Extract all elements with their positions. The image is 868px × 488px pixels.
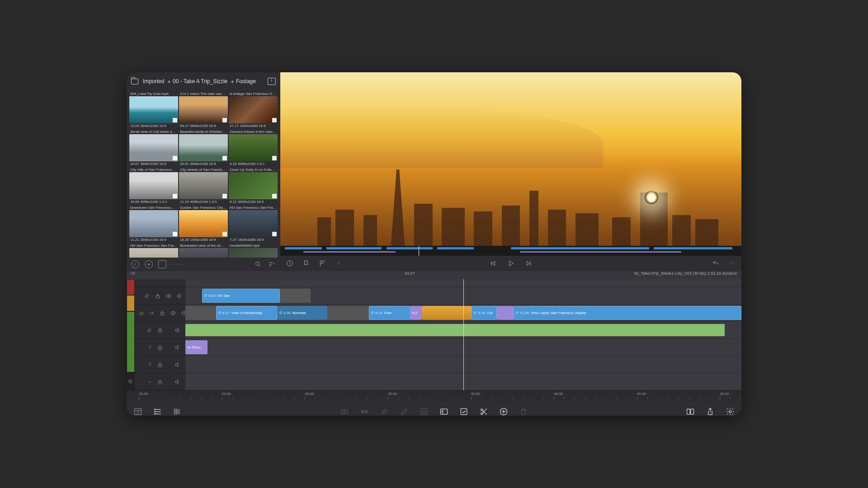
crumb-c[interactable]: Footage — [236, 78, 256, 84]
star-box-icon[interactable] — [419, 407, 429, 416]
clip-item[interactable]: HD San Francisco San Fra…7.27 868x488 … — [229, 205, 278, 242]
redo-icon[interactable] — [728, 259, 736, 267]
clip-item[interactable]: 3 in 1 video! The man use…59.17 3840x216… — [179, 91, 228, 128]
stop-square-icon[interactable] — [158, 260, 166, 268]
layout-icon[interactable] — [133, 407, 143, 416]
clip-thumbnail[interactable] — [229, 248, 278, 258]
eye-icon[interactable] — [165, 293, 172, 299]
timeline-clip[interactable]: 0.2 — [410, 306, 422, 320]
clip-item[interactable]: Close Up Dolly In on Folia…8.12 3840x216… — [229, 167, 278, 204]
lock-icon[interactable] — [159, 310, 165, 316]
arrow-icon[interactable] — [148, 310, 155, 316]
timeline-clip[interactable] — [280, 289, 311, 303]
clip-item[interactable]: City hills of San Francisco…16.06 4096x2… — [129, 167, 178, 204]
mini-timeline[interactable] — [280, 246, 741, 256]
timeline-clip[interactable] — [185, 306, 216, 320]
list-view-icon[interactable] — [153, 407, 163, 416]
timeline-clip[interactable]: ss Disso — [185, 340, 208, 354]
clip-item[interactable]: Golden San Francisco City…18.28 1920x108… — [179, 205, 228, 242]
track-head-v2[interactable] — [135, 287, 185, 305]
add-clip-icon[interactable] — [340, 407, 349, 416]
keyframe-icon[interactable] — [359, 407, 369, 416]
speaker-icon[interactable] — [176, 293, 183, 299]
clip-thumbnail[interactable] — [229, 172, 278, 199]
timeline-clip[interactable] — [327, 306, 369, 320]
clip-item[interactable]: Illuminated view of the cit… — [179, 243, 228, 258]
trash-icon[interactable] — [519, 407, 528, 416]
clip-thumbnail[interactable] — [129, 134, 178, 161]
clip-item[interactable]: City streets of San Francis…11.24 4096x2… — [179, 167, 228, 204]
track-view-icon[interactable] — [173, 407, 183, 416]
playhead[interactable] — [463, 279, 464, 390]
clip-thumbnail[interactable] — [229, 96, 278, 123]
flag-add-icon[interactable]: + — [318, 259, 326, 267]
clip-item[interactable]: Camera follows a thin man…6.22 4096x2160… — [229, 129, 278, 166]
panels-icon[interactable] — [685, 407, 695, 416]
track-head-6[interactable] — [135, 373, 185, 390]
link-icon[interactable] — [144, 293, 150, 299]
sort-icon[interactable]: a — [268, 260, 276, 268]
track-head-a2[interactable] — [135, 339, 185, 356]
clip-thumbnail[interactable] — [129, 96, 178, 123]
timeline-clip[interactable] — [497, 306, 514, 320]
undo-icon[interactable] — [712, 259, 720, 267]
preview-canvas[interactable] — [280, 72, 741, 246]
plus-circle-icon[interactable] — [499, 407, 509, 416]
link-icon[interactable] — [146, 344, 152, 351]
clip-item[interactable]: Downtown San Francisco…11.21 3840x2160 1… — [129, 205, 178, 242]
track-head-a1[interactable] — [135, 322, 185, 339]
clip-thumbnail[interactable] — [179, 172, 228, 199]
timeline-clip[interactable]: ⏱ 6.17View of traditionally — [216, 306, 277, 320]
breadcrumb[interactable]: Imported ◂ 00 - Take A Trip_Sizzle ◂ Foo… — [143, 78, 263, 84]
timeline-clip[interactable]: ⏱ 11.29Time Lapse San Francisco Skyline — [514, 306, 741, 320]
clip-thumbnail[interactable] — [129, 172, 178, 199]
crumb-a[interactable]: Imported — [143, 78, 164, 84]
timeline-clip[interactable] — [422, 306, 472, 320]
play-button[interactable] — [507, 259, 515, 267]
timeline-clip[interactable] — [185, 324, 725, 336]
link-tool-icon[interactable] — [379, 407, 389, 416]
search-icon[interactable] — [254, 260, 262, 268]
clip-thumbnail[interactable] — [179, 248, 228, 258]
clip-item[interactable]: Beautiful aerial of Whistler…20.01 3840x… — [179, 129, 228, 166]
prev-button[interactable] — [489, 259, 497, 267]
more-dots-icon[interactable]: ○○○ — [172, 262, 184, 267]
track-head-5[interactable] — [135, 356, 185, 373]
clip-item[interactable]: A vintage San Francisco S…27.17 1920x108… — [229, 91, 278, 128]
speaker-icon[interactable] — [175, 327, 181, 333]
track-lanes[interactable]: ⏱ 4.02HD San ⏱ 6.17View of traditionally… — [185, 279, 741, 390]
clip-thumbnail[interactable] — [229, 210, 278, 237]
eye-icon[interactable] — [170, 310, 176, 316]
clip-item[interactable]: media000008.mp4 — [229, 243, 278, 258]
time-ruler[interactable]: 20.0024.0028.0032.0036.0040.0044.0048.00 — [127, 390, 741, 402]
pencil-icon[interactable] — [399, 407, 409, 416]
timeline-clip[interactable]: ⏱ 4.13Dow — [369, 306, 410, 320]
next-button[interactable] — [525, 259, 533, 267]
scissors-icon[interactable] — [479, 407, 489, 416]
clip-item[interactable]: 004_Lake Fly Over.mp412.05 3840x2160 16:… — [129, 91, 178, 128]
check-circle-icon[interactable]: ✓ — [131, 260, 139, 268]
crumb-b[interactable]: 00 - Take A Trip_Sizzle — [173, 78, 227, 84]
clip-thumbnail[interactable] — [129, 210, 178, 237]
info-icon[interactable] — [286, 259, 294, 267]
import-icon[interactable] — [268, 78, 276, 85]
lock-icon[interactable] — [155, 293, 161, 299]
clip-item[interactable]: HD San Francisco San Fra… — [129, 243, 178, 258]
speaker-icon[interactable] — [175, 344, 181, 351]
lock-icon[interactable] — [157, 344, 163, 351]
track-head-v1[interactable]: ○ — [135, 305, 185, 322]
checkbox-icon[interactable] — [459, 407, 469, 416]
clip-thumbnail[interactable] — [179, 210, 228, 237]
clip-thumbnail[interactable] — [129, 248, 178, 258]
share-icon[interactable] — [705, 407, 715, 416]
timeline-clip[interactable]: ⏱ 3.16Gol — [472, 306, 496, 320]
clip-thumbnail[interactable] — [179, 134, 228, 161]
zoom-indicator[interactable]: +0 — [127, 271, 185, 279]
settings-gear-icon[interactable] — [725, 407, 735, 416]
clip-thumbnail[interactable] — [179, 96, 228, 123]
split-icon[interactable] — [335, 259, 343, 267]
link-icon[interactable] — [146, 327, 152, 333]
lock-icon[interactable] — [157, 327, 163, 333]
timeline-clip[interactable]: ⏱ 4.02HD San — [202, 289, 280, 303]
clip-thumbnail[interactable] — [229, 134, 278, 161]
